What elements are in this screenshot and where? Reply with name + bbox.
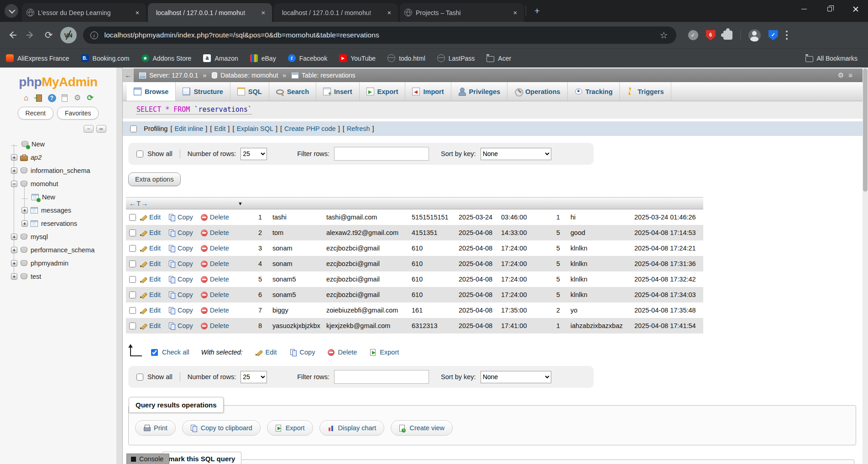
browser-tab[interactable]: L’essor du Deep Learning × [22, 3, 146, 22]
scrollbar-thumb[interactable] [863, 68, 868, 192]
row-checkbox[interactable] [129, 245, 136, 252]
row-copy-link[interactable]: Copy [168, 307, 193, 314]
query-action-link[interactable]: Refresh [347, 125, 370, 132]
row-copy-link[interactable]: Copy [168, 260, 193, 267]
tree-item-label[interactable]: momohut [31, 180, 58, 188]
row-edit-link[interactable]: Edit [140, 322, 161, 329]
menu-tab[interactable]: Triggers [620, 82, 671, 101]
selected-delete-button[interactable]: Delete [328, 349, 357, 356]
selected-export-button[interactable]: Export [370, 349, 399, 356]
tree-item-label[interactable]: test [31, 273, 41, 280]
phpmyadmin-logo[interactable]: phpMyAdmin [0, 68, 116, 89]
extension-icon[interactable]: ✓ [688, 30, 698, 40]
row-edit-link[interactable]: Edit [140, 291, 161, 298]
row-checkbox[interactable] [129, 323, 136, 329]
bookmark-star-icon[interactable]: ☆ [660, 30, 670, 40]
menu-tab[interactable]: Insert [316, 82, 360, 101]
row-edit-link[interactable]: Edit [140, 307, 161, 314]
bookmark-item[interactable]: LastPass [431, 52, 481, 65]
check-all-checkbox[interactable] [151, 349, 158, 356]
row-copy-link[interactable]: Copy [168, 322, 193, 329]
tree-item[interactable]: + mysql [0, 230, 116, 243]
vpn-extension-badge[interactable]: VN [60, 27, 77, 43]
row-checkbox[interactable] [129, 214, 136, 221]
documentation-icon[interactable] [62, 94, 68, 102]
maximize-button[interactable] [817, 0, 842, 18]
query-action-link[interactable]: Edit [214, 125, 225, 132]
tree-item[interactable]: + phpmyadmin [0, 256, 116, 270]
console-toggle[interactable]: Console [126, 454, 169, 464]
browser-tab[interactable]: localhost / 127.0.0.1 / momohut × [274, 3, 398, 22]
profiling-checkbox[interactable] [130, 125, 137, 132]
logout-icon[interactable] [36, 94, 42, 102]
row-copy-link[interactable]: Copy [168, 276, 193, 283]
tree-expander-icon[interactable]: + [11, 273, 17, 280]
column-options-header[interactable]: ←T→ ▼ [126, 199, 246, 207]
show-all-checkbox[interactable] [136, 374, 143, 381]
tree-expander-icon[interactable] [11, 142, 17, 146]
bookmark-item[interactable]: ▶ YouTube [333, 52, 382, 65]
extensions-puzzle-icon[interactable] [723, 31, 732, 40]
tree-item-label[interactable]: performance_schema [31, 246, 94, 254]
row-copy-link[interactable]: Copy [168, 291, 193, 298]
row-delete-link[interactable]: Delete [201, 229, 229, 236]
tree-item-label[interactable]: ap2 [31, 154, 42, 161]
column-toggle-control[interactable]: ←T→ [129, 199, 148, 207]
bookmark-item[interactable]: Acer [481, 52, 517, 65]
menu-tab[interactable]: Structure [176, 82, 230, 101]
page-settings-gear-icon[interactable]: ⚙ [838, 71, 844, 79]
tree-expander-icon[interactable]: + [11, 234, 17, 240]
bookmark-item[interactable]: ★ Addons Store [136, 52, 198, 65]
browser-tab[interactable]: Projects – Tashi × [400, 3, 524, 22]
menu-tab[interactable]: SQL [230, 82, 269, 101]
minimize-button[interactable] [791, 0, 817, 18]
tree-expander-icon[interactable]: − [11, 181, 17, 187]
tree-expander-icon[interactable]: + [21, 220, 28, 227]
tree-item-label[interactable]: New [42, 193, 55, 201]
row-delete-link[interactable]: Delete [201, 245, 229, 252]
num-rows-select[interactable]: 25 [241, 148, 267, 160]
tab-search-chevron-icon[interactable] [5, 4, 18, 18]
profile-avatar[interactable] [748, 29, 761, 42]
query-action-link[interactable]: Edit inline [174, 125, 203, 132]
row-checkbox[interactable] [129, 307, 136, 314]
filter-rows-input[interactable] [334, 370, 429, 384]
tree-item-label[interactable]: reservations [41, 220, 77, 227]
query-action-link[interactable]: Explain SQL [236, 125, 273, 132]
help-icon[interactable]: ? [48, 94, 56, 102]
favorites-button[interactable]: Favorites [57, 107, 99, 120]
tree-item[interactable]: + test [0, 270, 116, 283]
bookmark-item[interactable]: eBay [244, 52, 282, 65]
browser-menu-icon[interactable] [786, 31, 788, 40]
menu-tab[interactable]: Tracking [568, 82, 620, 101]
breadcrumb-database[interactable]: Database: momohut [220, 72, 278, 79]
adblock-extension-icon[interactable]: 6 [706, 30, 716, 41]
reload-icon[interactable]: ⟳ [45, 29, 53, 41]
security-shield-icon[interactable]: ✓ [769, 30, 778, 41]
sql-query-display[interactable]: SELECT * FROM `reservations` [123, 101, 868, 119]
operation-button[interactable]: Display chart [319, 420, 385, 436]
row-edit-link[interactable]: Edit [140, 260, 161, 267]
row-checkbox[interactable] [129, 261, 136, 267]
menu-tab[interactable]: Privileges [451, 82, 508, 101]
settings-gear-icon[interactable]: ⚙ [73, 94, 82, 102]
tab-close-icon[interactable]: × [133, 9, 141, 17]
operation-button[interactable]: Create view [391, 420, 453, 436]
row-delete-link[interactable]: Delete [201, 260, 229, 267]
row-delete-link[interactable]: Delete [201, 214, 229, 221]
row-copy-link[interactable]: Copy [168, 229, 193, 236]
tree-item[interactable]: − momohut [0, 177, 116, 190]
bookmark-item[interactable]: B. Booking.com [75, 52, 136, 65]
num-rows-select[interactable]: 25 [241, 371, 267, 383]
link-panel-icon[interactable]: ∞ [96, 125, 106, 133]
tree-item[interactable]: New [0, 190, 116, 203]
collapse-all-icon[interactable]: − [84, 125, 94, 133]
row-delete-link[interactable]: Delete [201, 291, 229, 298]
menu-tab[interactable]: Search [269, 82, 316, 101]
show-all-checkbox[interactable] [136, 151, 143, 157]
site-info-icon[interactable]: i [90, 31, 98, 39]
tree-item[interactable]: New [0, 137, 116, 151]
tab-close-icon[interactable]: × [511, 9, 519, 17]
url-text[interactable]: localhost/phpmyadmin/index.php?route=/sq… [105, 31, 379, 39]
tree-item[interactable]: + messages [0, 203, 116, 217]
